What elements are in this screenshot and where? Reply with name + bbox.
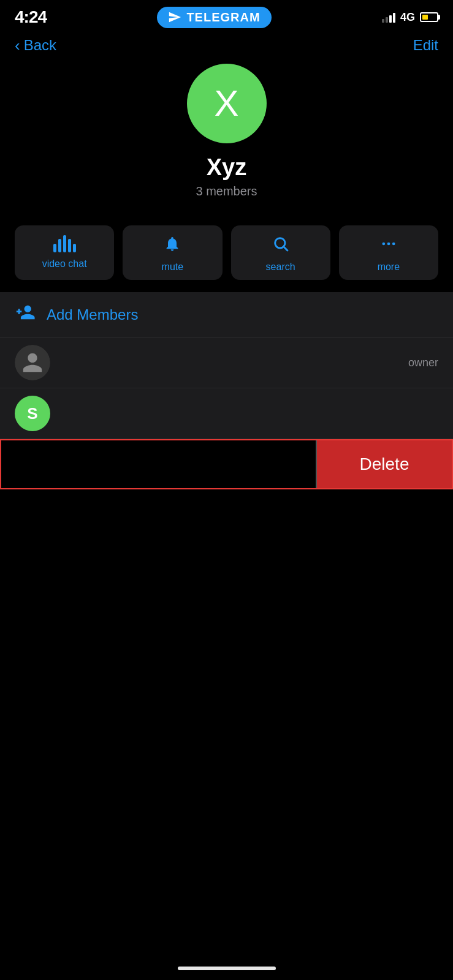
vc-bar-4 xyxy=(68,239,71,252)
profile-section: X Xyz 3 members xyxy=(0,64,453,213)
signal-bar-3 xyxy=(389,15,392,23)
video-chat-label: video chat xyxy=(42,258,87,270)
video-chat-icon xyxy=(53,235,76,252)
signal-bar-2 xyxy=(386,17,388,23)
battery-indicator xyxy=(420,12,438,22)
search-icon xyxy=(272,235,289,255)
edit-button[interactable]: Edit xyxy=(413,37,438,54)
search-button[interactable]: search xyxy=(231,225,330,280)
home-indicator xyxy=(178,967,276,970)
mute-label: mute xyxy=(162,262,184,273)
app-badge: TELEGRAM xyxy=(157,7,271,28)
svg-line-1 xyxy=(284,247,287,251)
action-row: video chat mute search more xyxy=(0,213,453,292)
group-avatar: X xyxy=(187,64,267,143)
more-label: more xyxy=(378,262,400,273)
member-count: 3 members xyxy=(196,184,257,198)
svg-point-0 xyxy=(275,238,284,248)
mute-button[interactable]: mute xyxy=(123,225,222,280)
signal-bars xyxy=(382,12,395,23)
telegram-badge-text: TELEGRAM xyxy=(186,10,260,24)
nav-bar: ‹ Back Edit xyxy=(0,32,453,64)
vc-bar-3 xyxy=(63,235,66,252)
svg-point-2 xyxy=(382,243,385,246)
vc-bar-1 xyxy=(53,244,56,252)
members-section: Add Members owner S Delete xyxy=(0,292,453,489)
add-person-icon xyxy=(15,302,36,327)
search-label: search xyxy=(266,262,295,273)
network-type: 4G xyxy=(400,11,415,24)
signal-bar-1 xyxy=(382,19,384,23)
member-letter-2: S xyxy=(27,404,37,423)
status-indicators: 4G xyxy=(382,11,438,24)
member-row[interactable]: owner xyxy=(0,337,453,388)
member-avatar-1 xyxy=(15,345,50,380)
svg-point-3 xyxy=(387,243,390,246)
avatar-letter: X xyxy=(214,85,238,122)
bell-icon xyxy=(164,235,181,255)
status-time: 4:24 xyxy=(15,7,47,27)
status-bar: 4:24 TELEGRAM 4G xyxy=(0,0,453,32)
swipe-content xyxy=(1,440,316,488)
group-name: Xyz xyxy=(207,154,246,181)
add-members-label: Add Members xyxy=(47,306,138,323)
signal-bar-4 xyxy=(393,13,395,23)
member-row-2[interactable]: S xyxy=(0,388,453,439)
back-button[interactable]: ‹ Back xyxy=(15,37,56,54)
member-avatar-2: S xyxy=(15,396,50,431)
vc-bar-5 xyxy=(73,244,76,252)
svg-point-4 xyxy=(392,243,395,246)
back-label: Back xyxy=(24,37,56,54)
delete-button[interactable]: Delete xyxy=(317,440,452,488)
member-role-1: owner xyxy=(408,356,438,369)
telegram-icon xyxy=(168,10,181,24)
add-members-row[interactable]: Add Members xyxy=(0,292,453,337)
delete-swipe-row: Delete xyxy=(0,439,453,489)
telegram-badge: TELEGRAM xyxy=(157,7,271,28)
more-button[interactable]: more xyxy=(339,225,438,280)
vc-bar-2 xyxy=(58,239,61,252)
more-icon xyxy=(380,235,397,255)
battery-fill xyxy=(422,15,428,20)
chevron-left-icon: ‹ xyxy=(15,37,20,53)
video-chat-button[interactable]: video chat xyxy=(15,225,114,280)
